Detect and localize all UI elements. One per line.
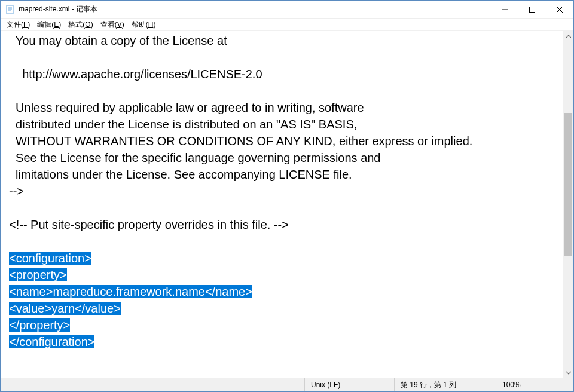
maximize-button[interactable] <box>518 1 546 19</box>
scroll-thumb[interactable] <box>564 113 572 256</box>
editor-area: You may obtain a copy of the License at … <box>1 31 573 378</box>
text-line[interactable] <box>9 49 561 66</box>
text-line[interactable]: WITHOUT WARRANTIES OR CONDITIONS OF ANY … <box>9 133 561 149</box>
text-line[interactable]: <!-- Put site-specific property override… <box>9 216 561 233</box>
app-icon <box>5 5 15 14</box>
text-line[interactable]: distributed under the License is distrib… <box>9 116 561 133</box>
window-title: mapred-site.xml - 记事本 <box>19 4 97 14</box>
menu-file[interactable]: 文件(F) <box>3 19 33 31</box>
selected-text[interactable]: </property> <box>9 318 70 332</box>
menu-edit[interactable]: 编辑(E) <box>33 19 65 31</box>
text-line[interactable]: <configuration> <box>9 250 561 267</box>
text-line[interactable]: </property> <box>9 317 561 333</box>
minimize-button[interactable] <box>491 1 518 19</box>
titlebar[interactable]: mapred-site.xml - 记事本 <box>1 1 573 19</box>
text-content[interactable]: You may obtain a copy of the License at … <box>1 31 563 378</box>
vertical-scrollbar[interactable] <box>563 31 573 378</box>
text-line[interactable]: <name>mapreduce.framework.name</name> <box>9 283 561 300</box>
text-line[interactable]: </configuration> <box>9 333 561 350</box>
close-button[interactable] <box>546 1 573 19</box>
menubar: 文件(F) 编辑(E) 格式(O) 查看(V) 帮助(H) <box>1 19 573 31</box>
status-zoom: 100% <box>496 378 573 391</box>
text-line[interactable]: <property> <box>9 267 561 283</box>
menu-view[interactable]: 查看(V) <box>97 19 128 31</box>
text-line[interactable]: See the License for the specific languag… <box>9 149 561 166</box>
menu-help[interactable]: 帮助(H) <box>128 19 160 31</box>
menu-format[interactable]: 格式(O) <box>65 19 96 31</box>
selected-text[interactable]: <value>yarn</value> <box>9 302 121 315</box>
status-cursor-position: 第 19 行，第 1 列 <box>394 378 496 391</box>
window-controls <box>491 1 573 18</box>
scroll-up-button[interactable] <box>563 31 573 41</box>
text-line[interactable]: http://www.apache.org/licenses/LICENSE-2… <box>9 66 561 82</box>
status-line-ending: Unix (LF) <box>304 378 394 391</box>
selected-text[interactable]: <configuration> <box>9 252 91 265</box>
scroll-down-button[interactable] <box>563 368 573 378</box>
text-line[interactable] <box>9 82 561 99</box>
text-line[interactable] <box>9 233 561 250</box>
scroll-track[interactable] <box>563 41 573 368</box>
text-line[interactable]: You may obtain a copy of the License at <box>9 32 561 49</box>
selected-text[interactable]: <property> <box>9 268 67 281</box>
notepad-window: mapred-site.xml - 记事本 文件(F) 编辑(E) 格式(O) … <box>0 0 574 392</box>
statusbar: Unix (LF) 第 19 行，第 1 列 100% <box>1 378 573 391</box>
selected-text[interactable]: </configuration> <box>9 335 94 348</box>
text-line[interactable]: Unless required by applicable law or agr… <box>9 99 561 116</box>
text-line[interactable] <box>9 200 561 216</box>
selected-text[interactable]: <name>mapreduce.framework.name</name> <box>9 285 252 298</box>
text-line[interactable]: --> <box>9 183 561 200</box>
text-line[interactable]: limitations under the License. See accom… <box>9 166 561 183</box>
text-line[interactable]: <value>yarn</value> <box>9 300 561 317</box>
svg-rect-6 <box>530 7 535 13</box>
